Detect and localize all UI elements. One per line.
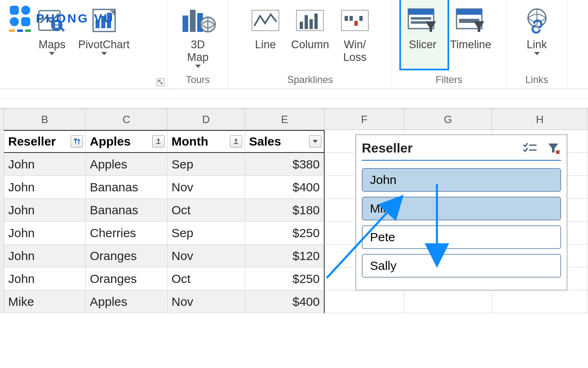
3d-map-icon [180, 3, 216, 38]
table-header-reseller[interactable]: Reseller [4, 130, 86, 153]
table-header-apples[interactable]: Apples [86, 130, 167, 153]
svg-rect-0 [10, 6, 19, 15]
svg-rect-13 [183, 16, 188, 32]
svg-rect-22 [314, 13, 318, 29]
timeline-button[interactable]: Timeline [444, 2, 497, 54]
col-header-d[interactable]: D [167, 109, 245, 130]
cell-sales[interactable]: $250 [245, 222, 325, 245]
cell-product[interactable]: Oranges [86, 267, 167, 290]
sparkline-winloss-button[interactable]: Win/ Loss [335, 2, 375, 66]
svg-rect-20 [305, 15, 308, 29]
filter-button-sales[interactable] [309, 135, 321, 148]
group-label-filters: Filters [392, 74, 506, 89]
empty-cell[interactable] [492, 290, 588, 313]
cell-month[interactable]: Sep [167, 222, 245, 245]
slicer-item[interactable]: Pete [362, 225, 561, 249]
cell-reseller[interactable]: John [4, 153, 86, 176]
col-header-e[interactable]: E [245, 109, 325, 130]
slicer-items-list: JohnMikePeteSally [362, 168, 561, 278]
svg-rect-3 [21, 17, 30, 26]
group-label-sparklines: Sparklines [229, 74, 392, 89]
cell-sales[interactable]: $180 [245, 199, 325, 222]
watermark-dashes [9, 29, 31, 32]
svg-rect-27 [359, 16, 363, 21]
cell-reseller[interactable]: John [4, 176, 86, 199]
cell-product[interactable]: Oranges [86, 245, 167, 267]
sparkline-column-button[interactable]: Column [285, 2, 335, 54]
cell-month[interactable]: Sep [167, 153, 245, 176]
cell-reseller[interactable]: Mike [4, 290, 86, 313]
cell-month[interactable]: Nov [167, 176, 245, 199]
svg-rect-21 [310, 19, 313, 29]
cell-sales[interactable]: $380 [245, 153, 325, 176]
svg-rect-1 [21, 6, 30, 15]
slicer-button[interactable]: Slicer [401, 2, 444, 54]
slicer-item[interactable]: Sally [362, 254, 561, 278]
ribbon-group-links: Link Links [506, 0, 568, 89]
cell-product[interactable]: Cherries [86, 222, 167, 245]
col-header-c[interactable]: C [86, 109, 167, 130]
phongvu-logo-icon [9, 5, 31, 27]
sparkline-column-label: Column [291, 38, 329, 51]
cell-month[interactable]: Nov [167, 245, 245, 267]
svg-rect-2 [10, 17, 19, 26]
table-header-sales[interactable]: Sales [245, 130, 325, 153]
cell-product[interactable]: Bananas [86, 176, 167, 199]
cell-month[interactable]: Nov [167, 290, 245, 313]
cell-sales[interactable]: $250 [245, 267, 325, 290]
cell-reseller[interactable]: John [4, 222, 86, 245]
sparkline-winloss-label: Win/ Loss [343, 38, 366, 64]
slicer-title: Reseller [362, 141, 413, 156]
cell-reseller[interactable]: John [4, 245, 86, 267]
ribbon-group-sparklines: Line Column Win/ Loss Sparklines [229, 0, 392, 89]
cell-sales[interactable]: $120 [245, 245, 325, 267]
cell-sales[interactable]: $400 [245, 176, 325, 199]
multiselect-icon[interactable] [522, 142, 537, 155]
cell-product[interactable]: Apples [86, 290, 167, 313]
cell-month[interactable]: Oct [167, 199, 245, 222]
slicer-header: Reseller [362, 141, 561, 161]
cell-product[interactable]: Apples [86, 153, 167, 176]
slicer-icon [407, 3, 439, 38]
cell-month[interactable]: Oct [167, 267, 245, 290]
timeline-label: Timeline [450, 38, 491, 51]
cell-reseller[interactable]: John [4, 199, 86, 222]
cell-sales[interactable]: $400 [245, 290, 325, 313]
cell-reseller[interactable]: John [4, 267, 86, 290]
formula-bar-area [0, 89, 588, 109]
clear-filter-icon[interactable] [547, 142, 561, 155]
empty-cell[interactable] [404, 290, 492, 313]
svg-rect-24 [345, 16, 348, 21]
cell-product[interactable]: Bananas [86, 199, 167, 222]
group-label-tours: Tours [167, 74, 228, 89]
link-button[interactable]: Link [517, 2, 557, 58]
dropdown-triangle-icon [534, 52, 540, 55]
col-header-b[interactable]: B [4, 109, 86, 130]
table-header-month[interactable]: Month [167, 130, 245, 153]
filter-button-reseller[interactable] [71, 135, 83, 148]
svg-rect-26 [354, 21, 358, 26]
sparkline-line-icon [251, 3, 280, 38]
col-header-h[interactable]: H [492, 109, 588, 130]
slicer-pane[interactable]: Reseller JohnMikePeteSally [355, 134, 568, 291]
link-label: Link [527, 38, 547, 51]
spreadsheet-grid[interactable]: B C D E F G H Reseller Apples Month [0, 109, 588, 368]
3d-map-button[interactable]: 3D Map [174, 2, 222, 70]
dialog-launcher-icon[interactable] [156, 78, 165, 86]
svg-rect-25 [350, 16, 353, 21]
sort-asc-icon [155, 138, 162, 145]
sparkline-column-icon [296, 3, 324, 38]
svg-rect-14 [190, 10, 196, 32]
slicer-item[interactable]: Mike [362, 197, 561, 220]
pivotchart-label: PivotChart [78, 38, 129, 51]
col-header-g[interactable]: G [404, 109, 492, 130]
watermark-text: PHONG VU [36, 11, 114, 25]
empty-cell[interactable] [325, 290, 404, 313]
sparkline-line-button[interactable]: Line [245, 2, 285, 54]
col-header-f[interactable]: F [325, 109, 404, 130]
dropdown-triangle-icon [49, 52, 55, 55]
svg-rect-30 [411, 17, 431, 20]
filter-button-month[interactable] [230, 135, 242, 148]
slicer-item[interactable]: John [362, 168, 561, 192]
filter-button-apples[interactable] [152, 135, 165, 148]
